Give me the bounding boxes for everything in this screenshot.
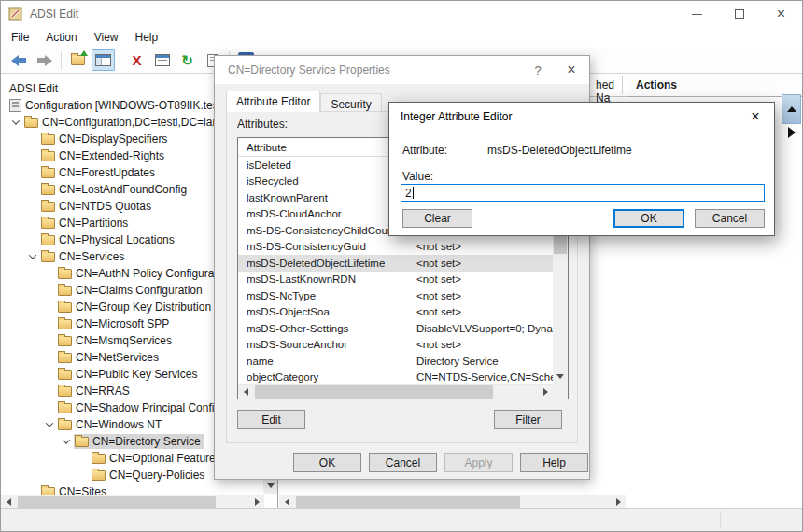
dialog-title: CN=Directory Service Properties: [228, 63, 522, 77]
chevron-down-icon[interactable]: [25, 254, 40, 259]
dialog-help-button[interactable]: ?: [522, 63, 554, 77]
scroll-left-button[interactable]: [238, 385, 253, 399]
server-icon: [9, 99, 21, 112]
table-row-selected[interactable]: msDS-DeletedObjectLifetime<not set>: [238, 255, 553, 272]
tab-attribute-editor[interactable]: Attribute Editor: [226, 91, 320, 112]
close-button[interactable]: ×: [760, 1, 802, 27]
cancel-button[interactable]: Cancel: [695, 209, 765, 228]
table-row[interactable]: msDS-Other-SettingsDisableVLVSupport=0; …: [238, 320, 553, 337]
properties-icon[interactable]: [150, 49, 174, 71]
forward-icon[interactable]: [33, 49, 56, 71]
dialog-tabs: Attribute Editor Security: [226, 91, 382, 112]
edit-button[interactable]: Edit: [237, 410, 305, 429]
table-row[interactable]: msDS-SourceAnchor<not set>: [238, 337, 553, 354]
help-button[interactable]: Help: [520, 453, 588, 472]
ok-button[interactable]: OK: [613, 209, 684, 228]
value-input-text: 2: [405, 187, 412, 200]
adsi-edit-app-icon: [8, 7, 23, 21]
menu-help[interactable]: Help: [127, 28, 167, 47]
table-row[interactable]: msDS-ObjectSoa<not set>: [238, 304, 553, 321]
folder-icon: [41, 134, 55, 145]
maximize-button[interactable]: [718, 1, 760, 27]
folder-icon: [58, 403, 72, 413]
folder-icon: [41, 235, 55, 245]
value-input[interactable]: 2: [401, 184, 765, 202]
toolbar-separator: [61, 51, 62, 70]
scrollbar-thumb[interactable]: [18, 496, 216, 509]
table-row[interactable]: objectCategoryCN=NTDS-Service,CN=Schema: [238, 370, 553, 385]
actions-pane-title: Actions: [636, 78, 677, 91]
actions-scroll-up-button[interactable]: [782, 94, 801, 124]
menu-file[interactable]: File: [3, 28, 37, 47]
folder-icon: [58, 370, 72, 380]
maximize-icon: [735, 9, 744, 19]
folder-icon: [75, 437, 89, 447]
table-row[interactable]: mS-DS-ConsistencyGuid<not set>: [238, 239, 553, 256]
refresh-icon[interactable]: ↻: [176, 49, 199, 71]
column-divider: [622, 76, 623, 94]
text-caret: [413, 187, 414, 199]
delete-icon[interactable]: X: [125, 49, 148, 71]
minimize-button[interactable]: [676, 1, 718, 27]
chevron-down-icon[interactable]: [8, 119, 23, 125]
scrollbar-thumb[interactable]: [255, 385, 493, 399]
table-row[interactable]: nameDirectory Service: [238, 353, 553, 370]
scroll-right-button[interactable]: [538, 385, 553, 399]
scrollbar-thumb[interactable]: [296, 496, 520, 509]
scroll-down-button[interactable]: [553, 369, 568, 384]
folder-icon: [41, 202, 55, 212]
folder-icon: [92, 454, 106, 464]
table-row[interactable]: msDS-NcType<not set>: [238, 287, 553, 304]
folder-icon: [58, 353, 72, 363]
folder-icon: [58, 286, 72, 296]
folder-icon: [41, 252, 55, 262]
folder-icon: [58, 302, 72, 313]
dialog-title-bar: CN=Directory Service Properties ? ×: [215, 56, 589, 84]
folder-icon: [58, 386, 72, 397]
folder-icon: [41, 218, 55, 229]
window-title: ADSI Edit: [30, 7, 78, 21]
attributes-label: Attributes:: [237, 118, 288, 131]
attribute-label: Attribute:: [402, 144, 447, 157]
back-icon[interactable]: [7, 49, 31, 71]
ok-button[interactable]: OK: [293, 453, 361, 472]
show-console-tree-icon[interactable]: [92, 49, 115, 71]
title-bar: ADSI Edit ×: [1, 1, 802, 27]
folder-icon: [58, 420, 72, 430]
folder-icon: [58, 269, 72, 279]
dialog-title: Integer Attribute Editor: [401, 110, 737, 123]
apply-button[interactable]: Apply: [444, 453, 513, 472]
dialog-title-bar: Integer Attribute Editor ×: [389, 103, 774, 131]
table-row[interactable]: msDS-LastKnownRDN<not set>: [238, 272, 553, 288]
toolbar-separator: [120, 51, 120, 70]
attribute-name-value: msDS-DeletedObjectLifetime: [487, 144, 632, 157]
adsi-edit-window: ADSI Edit × File Action View Help X ↻ ? …: [0, 0, 803, 532]
filter-button[interactable]: Filter: [494, 410, 562, 429]
dialog-close-button[interactable]: ×: [554, 62, 589, 78]
folder-icon: [41, 168, 55, 178]
minimize-icon: [692, 14, 702, 15]
folder-icon: [92, 470, 106, 481]
more-actions-arrow-icon[interactable]: [788, 127, 796, 138]
tree-scroll-down-button[interactable]: [263, 478, 277, 494]
folder-icon: [58, 336, 72, 346]
status-bar: [1, 508, 802, 531]
menu-action[interactable]: Action: [37, 28, 85, 47]
chevron-down-icon[interactable]: [42, 422, 57, 427]
menu-view[interactable]: View: [86, 28, 127, 47]
tab-security[interactable]: Security: [320, 93, 381, 112]
folder-icon: [24, 118, 38, 128]
value-label: Value:: [402, 170, 433, 183]
triangle-up-icon: [787, 106, 796, 112]
folder-icon: [58, 319, 72, 329]
attribute-column-header: Attribute: [238, 142, 287, 153]
dialog-close-button[interactable]: ×: [737, 108, 774, 125]
up-one-level-icon[interactable]: [66, 49, 90, 71]
chevron-down-icon[interactable]: [59, 439, 74, 444]
clear-button[interactable]: Clear: [402, 209, 472, 228]
integer-attribute-editor-dialog: Integer Attribute Editor × Attribute: ms…: [388, 102, 775, 236]
attributes-horizontal-scrollbar[interactable]: [238, 384, 553, 399]
menu-bar: File Action View Help: [1, 27, 802, 48]
cancel-button[interactable]: Cancel: [369, 453, 437, 472]
folder-icon: [41, 151, 55, 161]
